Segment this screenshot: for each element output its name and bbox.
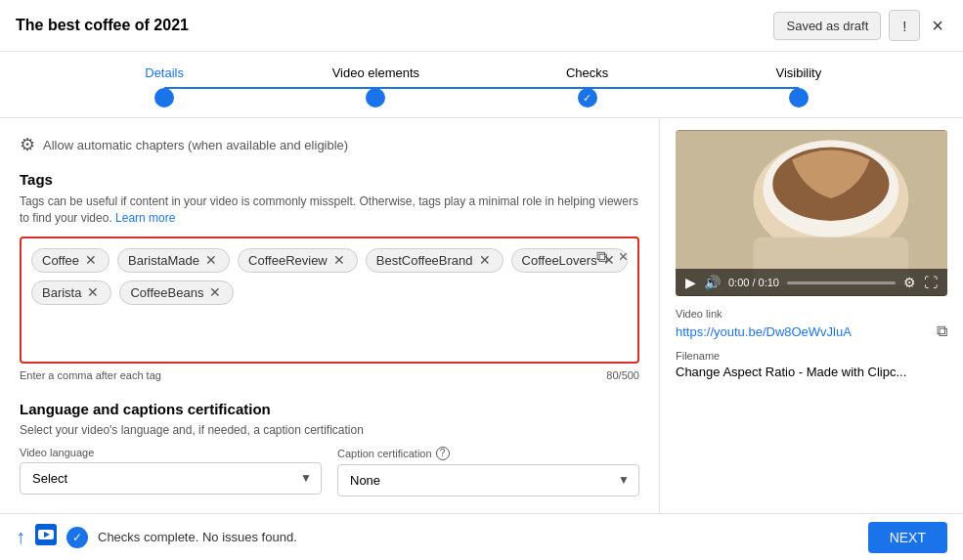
step-details-circle [154,88,174,108]
check-badge: ✓ [66,527,88,548]
tags-actions: ⧉ × [594,246,630,268]
learn-more-link[interactable]: Learn more [115,211,175,225]
step-details-label: Details [145,65,184,80]
step-video-circle [366,88,385,108]
step-visibility[interactable]: Visibility [693,65,904,108]
tag-item: BestCoffeeBrand✕ [366,248,503,273]
video-link-section: Video link https://youtu.be/Dw8OeWvJluA … [676,308,947,340]
check-icon: ✓ [72,531,82,544]
video-link[interactable]: https://youtu.be/Dw8OeWvJluA [676,324,852,339]
tag-item: CoffeeBeans✕ [119,280,234,305]
video-controls: ▶ 🔊 0:00 / 0:10 ⚙ ⛶ [676,269,947,296]
chapters-text: Allow automatic chapters (when available… [43,138,348,152]
volume-button[interactable]: 🔊 [704,275,721,290]
clear-tags-button[interactable]: × [617,246,630,268]
next-button[interactable]: NEXT [868,522,947,553]
tags-footer: Enter a comma after each tag 80/500 [20,369,639,381]
video-language-label: Video language [20,447,322,458]
tags-list: Coffee✕BaristaMade✕CoffeeReview✕BestCoff… [31,248,628,305]
play-button[interactable]: ▶ [685,275,696,290]
lang-title: Language and captions certification [20,401,639,417]
step-details[interactable]: Details [59,65,270,108]
tag-item: Barista✕ [31,280,111,305]
video-language-group: Video language Select ▼ [20,447,322,496]
alert-button[interactable]: ! [889,10,920,41]
bottom-left: ↑ ✓ Checks complete. No issues found. [16,524,297,550]
video-link-label: Video link [676,308,947,320]
video-link-row: https://youtu.be/Dw8OeWvJluA ⧉ [676,323,947,340]
header: The best coffee of 2021 Saved as draft !… [0,0,963,52]
settings-button[interactable]: ⚙ [903,275,916,290]
video-language-select[interactable]: Select [20,462,322,495]
caption-select[interactable]: None [337,464,639,496]
tag-label: CoffeeReview [248,253,328,268]
caption-wrapper: None ▼ [337,464,639,496]
copy-tags-button[interactable]: ⧉ [594,246,609,268]
step-checks[interactable]: Checks ✓ [482,65,693,108]
video-time: 0:00 / 0:10 [728,277,779,288]
step-video-label: Video elements [332,65,419,80]
tag-label: Coffee [42,253,79,268]
filename-label: Filename [676,350,947,362]
left-panel: ⚙ Allow automatic chapters (when availab… [0,118,660,514]
studio-icon [35,524,57,550]
fullscreen-button[interactable]: ⛶ [924,275,938,290]
tag-label: Barista [42,285,81,300]
step-checks-circle: ✓ [578,88,597,108]
tags-counter: 80/500 [606,369,639,381]
video-preview: ▶ 🔊 0:00 / 0:10 ⚙ ⛶ [676,130,947,296]
dropdowns-row: Video language Select ▼ Caption certific… [20,447,639,496]
alert-icon: ! [902,18,906,34]
tags-desc: Tags can be useful if content in your vi… [20,194,639,227]
tag-item: BaristaMade✕ [117,248,230,273]
copy-link-button[interactable]: ⧉ [937,323,947,340]
chapters-row: ⚙ Allow automatic chapters (when availab… [20,134,639,155]
header-actions: Saved as draft ! × [773,10,947,41]
step-visibility-circle [789,88,809,108]
tag-remove-button[interactable]: ✕ [331,253,347,267]
tags-box: ⧉ × Coffee✕BaristaMade✕CoffeeReview✕Best… [20,237,639,364]
lang-desc: Select your video's language and, if nee… [20,423,639,437]
tag-item: Coffee✕ [31,248,109,273]
upload-icon: ↑ [16,526,25,548]
tag-item: CoffeeReview✕ [238,248,358,273]
language-section: Language and captions certification Sele… [20,401,639,496]
bottom-bar: ↑ ✓ Checks complete. No issues found. NE… [0,513,963,560]
caption-help-icon[interactable]: ? [436,447,450,460]
tags-desc-text: Tags can be useful if content in your vi… [20,194,638,225]
step-video-elements[interactable]: Video elements [270,65,481,108]
tag-label: CoffeeBeans [130,285,203,300]
caption-label: Caption certification ? [337,447,639,460]
filename-section: Filename Change Aspect Ratio - Made with… [676,350,947,379]
tag-remove-button[interactable]: ✕ [207,285,223,299]
tag-label: BaristaMade [128,253,199,268]
caption-group: Caption certification ? None ▼ [337,447,639,496]
saved-draft-button[interactable]: Saved as draft [773,12,881,40]
tag-remove-button[interactable]: ✕ [203,253,219,267]
filename-text: Change Aspect Ratio - Made with Clipc... [676,365,947,379]
main-content: ⚙ Allow automatic chapters (when availab… [0,118,963,514]
tag-remove-button[interactable]: ✕ [83,253,99,267]
steps-bar: Details Video elements Checks ✓ Visibili… [0,52,963,118]
tag-label: CoffeeLovers [522,253,597,268]
tag-remove-button[interactable]: ✕ [477,253,493,267]
page-title: The best coffee of 2021 [16,17,189,34]
tag-remove-button[interactable]: ✕ [85,285,101,299]
tags-title: Tags [20,171,639,188]
video-language-wrapper: Select ▼ [20,462,322,495]
progress-bar[interactable] [787,281,896,284]
right-panel: ▶ 🔊 0:00 / 0:10 ⚙ ⛶ Video link https://y… [660,118,963,514]
close-button[interactable]: × [928,11,947,41]
chapters-icon: ⚙ [20,134,35,155]
tag-label: BestCoffeeBrand [376,253,473,268]
step-visibility-label: Visibility [776,65,822,80]
status-text: Checks complete. No issues found. [98,530,297,544]
tags-hint-text: Enter a comma after each tag [20,369,161,381]
step-checks-label: Checks [566,65,608,80]
